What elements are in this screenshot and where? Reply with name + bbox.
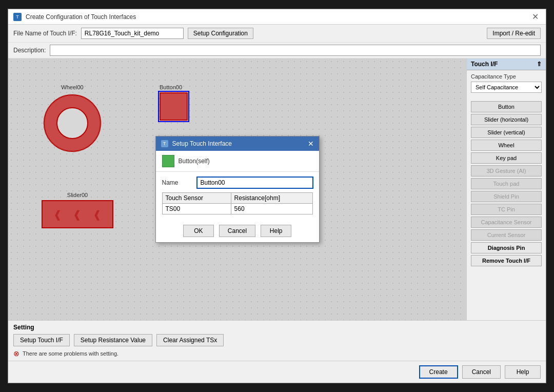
window-close-button[interactable]: ✕ [530,12,541,22]
bottom-buttons: Setup Touch I/F Setup Resistance Value C… [13,334,541,346]
error-row: ⊗ There are some problems with setting. [13,349,541,358]
panel-slider-horizontal-button[interactable]: Slider (horizontal) [471,114,542,125]
capacitance-label: Capacitance Type [471,73,542,80]
panel-title: Touch I/F [471,61,498,68]
modal-name-row: Name [162,177,313,188]
panel-header: Touch I/F ⇑ [467,58,546,70]
panel-touchpad-button[interactable]: Touch pad [471,178,542,189]
panel-capacitance-sensor-button[interactable]: Capacitance Sensor [471,217,542,228]
file-name-label: File Name of Touch I/F: [13,30,77,37]
setting-label: Setting [13,324,541,331]
modal-name-input[interactable] [197,177,313,188]
modal-overlay: T Setup Touch Interface ✕ Button(self) N… [8,58,466,320]
setup-touch-interface-dialog: T Setup Touch Interface ✕ Button(self) N… [155,136,320,243]
panel-3dgesture-button[interactable]: 3D Gesture (AI) [471,165,542,177]
modal-title-text: Setup Touch Interface [172,140,232,147]
modal-help-button[interactable]: Help [261,225,291,237]
modal-name-label: Name [162,179,193,186]
capacitance-type-select[interactable]: Self Capacitance Mutual Capacitance [471,82,542,93]
panel-tcpin-button[interactable]: TC Pin [471,204,542,215]
import-reedit-button[interactable]: Import / Re-edit [487,28,541,39]
description-label: Description: [13,47,46,54]
panel-wheel-button[interactable]: Wheel [471,140,542,151]
help-button[interactable]: Help [505,365,541,379]
modal-type-label: Button(self) [179,158,210,165]
modal-title-left: T Setup Touch Interface [161,140,232,147]
main-area: Wheel00 Button00 Button01 [8,58,546,320]
description-input[interactable] [50,45,541,56]
modal-type-icon [162,155,174,167]
error-icon: ⊗ [13,349,19,358]
error-text: There are some problems with setting. [23,350,118,357]
modal-ok-button[interactable]: OK [183,225,214,237]
clear-assigned-tsx-button[interactable]: Clear Assigned TSx [156,334,224,346]
modal-header: Button(self) [156,151,319,172]
canvas-area: Wheel00 Button00 Button01 [8,58,466,320]
modal-close-button[interactable]: ✕ [308,140,314,148]
panel-slider-vertical-button[interactable]: Slider (vertical) [471,127,542,138]
panel-shieldpin-button[interactable]: Shield Pin [471,191,542,202]
file-name-input[interactable] [81,28,184,39]
panel-collapse-button[interactable]: ⇑ [537,61,542,68]
toolbar: File Name of Touch I/F: Setup Configurat… [8,25,546,43]
modal-table-header-resistance: Resistance[ohm] [231,193,312,204]
setup-configuration-button[interactable]: Setup Configuration [188,28,253,39]
setup-touch-if-button[interactable]: Setup Touch I/F [13,334,70,346]
panel-remove-touch-button[interactable]: Remove Touch I/F [471,255,542,266]
title-bar-left: T Create Configuration of Touch Interfac… [13,13,136,21]
app-icon: T [13,13,22,21]
modal-body: Name Touch Sensor Resistance[ohm] [156,172,319,220]
panel-capacitance-section: Capacitance Type Self Capacitance Mutual… [467,70,546,98]
setup-resistance-value-button[interactable]: Setup Resistance Value [74,334,152,346]
panel-current-sensor-button[interactable]: Current Sensor [471,229,542,241]
modal-app-icon: T [161,140,168,147]
modal-table-cell-sensor: TS00 [162,204,231,214]
main-window: T Create Configuration of Touch Interfac… [8,9,546,383]
modal-table-cell-resistance: 560 [231,204,312,214]
cancel-button[interactable]: Cancel [462,365,501,379]
description-row: Description: [8,43,546,58]
panel-keypad-button[interactable]: Key pad [471,152,542,164]
panel-button-button[interactable]: Button [471,101,542,112]
modal-table-header-sensor: Touch Sensor [162,193,231,204]
modal-sensor-table: Touch Sensor Resistance[ohm] TS00 560 [162,192,313,214]
right-panel: Touch I/F ⇑ Capacitance Type Self Capaci… [466,58,546,320]
modal-cancel-button[interactable]: Cancel [219,225,255,237]
title-bar: T Create Configuration of Touch Interfac… [8,9,546,25]
modal-title-bar: T Setup Touch Interface ✕ [156,136,319,151]
modal-actions: OK Cancel Help [156,220,319,242]
modal-table-row: TS00 560 [162,204,312,214]
create-button[interactable]: Create [419,365,458,379]
bottom-area: Setting Setup Touch I/F Setup Resistance… [8,320,546,361]
window-title: Create Configuration of Touch Interfaces [26,13,136,21]
panel-buttons-section: Button Slider (horizontal) Slider (verti… [467,98,546,271]
final-buttons: Create Cancel Help [8,361,546,383]
panel-diagnosis-pin-button[interactable]: Diagnosis Pin [471,242,542,253]
